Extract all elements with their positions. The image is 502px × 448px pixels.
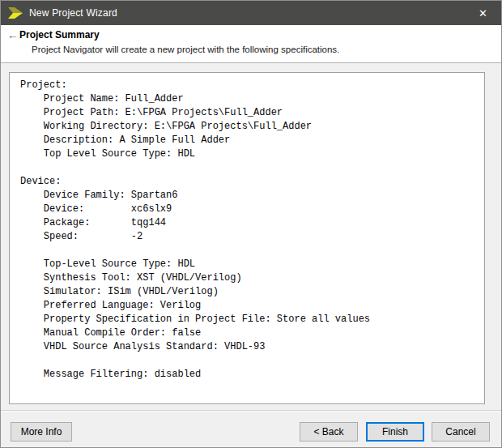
- page-title: Project Summary: [19, 29, 100, 41]
- back-button[interactable]: < Back: [300, 422, 358, 442]
- title-bar: New Project Wizard ✕: [1, 1, 501, 25]
- window-title: New Project Wizard: [29, 7, 117, 19]
- wizard-header: ← Project Summary Project Navigator will…: [1, 25, 501, 63]
- project-summary-textarea[interactable]: Project: Project Name: Full_Adder Projec…: [9, 72, 485, 404]
- new-project-wizard-dialog: New Project Wizard ✕ ← Project Summary P…: [0, 0, 502, 448]
- cancel-button[interactable]: Cancel: [432, 422, 490, 442]
- page-subtitle: Project Navigator will create a new proj…: [32, 45, 339, 54]
- more-info-button[interactable]: More Info: [11, 422, 72, 442]
- button-bar-divider: [1, 410, 501, 412]
- close-icon[interactable]: ✕: [465, 1, 501, 25]
- back-arrow-icon: ←: [7, 29, 19, 41]
- project-summary-text: Project: Project Name: Full_Adder Projec…: [10, 73, 484, 382]
- finish-button[interactable]: Finish: [366, 422, 424, 442]
- xilinx-arrow-icon: [7, 6, 23, 19]
